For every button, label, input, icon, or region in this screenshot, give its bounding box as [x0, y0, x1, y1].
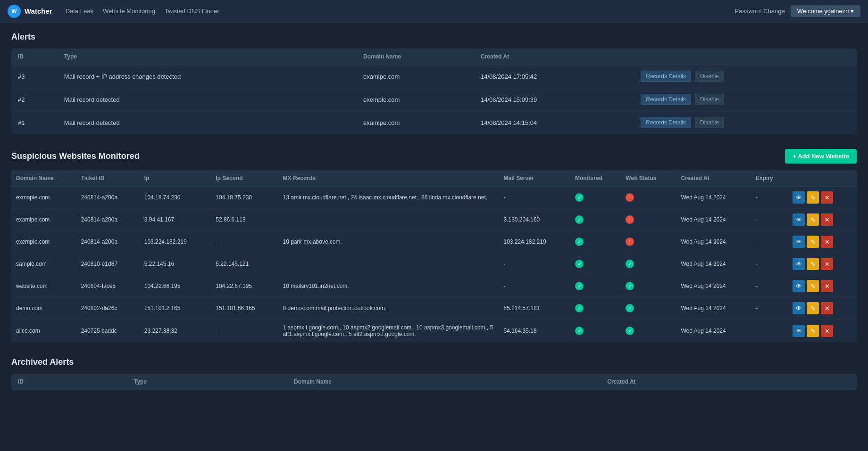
- delete-button[interactable]: ✕: [821, 236, 833, 248]
- add-website-button[interactable]: + Add New Website: [785, 149, 857, 164]
- ws-web-status: ✓: [621, 275, 676, 297]
- ws-col-monitored: Monitored: [570, 170, 621, 187]
- alerts-table: ID Type Domain Name Created At #3 Mail r…: [11, 49, 857, 134]
- website-row: demo.com 240802-da26c 151.101.2.165 151.…: [11, 297, 857, 320]
- monitored-status-icon: ✓: [575, 193, 584, 202]
- delete-button[interactable]: ✕: [821, 258, 833, 270]
- view-button[interactable]: 👁: [793, 236, 805, 248]
- suspicious-title: Suspicious Websites Monitored: [11, 151, 140, 161]
- ws-col-created: Created At: [676, 170, 751, 187]
- view-button[interactable]: 👁: [793, 325, 805, 337]
- ws-created: Wed Aug 14 2024: [676, 275, 751, 297]
- ws-created: Wed Aug 14 2024: [676, 253, 751, 275]
- nav-link-twisted-dns[interactable]: Twisted DNS Finder: [165, 8, 219, 15]
- website-row: exemple.com 240814-a200a 103.224.182.219…: [11, 231, 857, 253]
- nav-right: Password Change Welcome ygalnezri ▾: [735, 5, 860, 17]
- edit-button[interactable]: ✎: [807, 258, 819, 270]
- alert-id: #2: [11, 88, 58, 111]
- delete-button[interactable]: ✕: [821, 325, 833, 337]
- ws-ip: 104.18.74.230: [140, 187, 211, 209]
- records-details-button[interactable]: Records Details: [641, 94, 691, 105]
- monitored-status-icon: ✓: [575, 260, 584, 268]
- suspicious-section-header: Suspicious Websites Monitored + Add New …: [11, 149, 857, 164]
- ws-col-webstatus: Web Status: [621, 170, 676, 187]
- web-status-icon: ✓: [626, 327, 634, 335]
- alert-actions: Records Details Disable: [634, 111, 857, 134]
- disable-button[interactable]: Disable: [695, 94, 724, 105]
- alert-row: #3 Mail record + IP address changes dete…: [11, 65, 857, 88]
- ws-ip2: 151.101.66.165: [211, 297, 278, 320]
- ws-created: Wed Aug 14 2024: [676, 297, 751, 320]
- ws-ip: 104.22.66.195: [140, 275, 211, 297]
- nav-link-website-monitoring[interactable]: Website Monitoring: [103, 8, 155, 15]
- ws-mx: 10 park-mx.above.com.: [278, 231, 499, 253]
- alerts-table-header: ID Type Domain Name Created At: [11, 49, 857, 65]
- records-details-button[interactable]: Records Details: [641, 71, 691, 82]
- nav-link-data-leak[interactable]: Data Leak: [66, 8, 93, 15]
- alert-domain: exemple.com: [357, 88, 474, 111]
- ws-web-status: !: [621, 209, 676, 231]
- alerts-col-type: Type: [58, 49, 357, 65]
- view-button[interactable]: 👁: [793, 213, 805, 226]
- ws-actions: 👁 ✎ ✕: [788, 187, 857, 209]
- disable-button[interactable]: Disable: [695, 71, 724, 82]
- ws-ticket: 240814-a200a: [76, 209, 140, 231]
- edit-button[interactable]: ✎: [807, 325, 819, 337]
- ws-ticket: 240725-caddc: [76, 320, 140, 343]
- monitored-status-icon: ✓: [575, 282, 584, 290]
- arch-col-id: ID: [11, 374, 127, 390]
- arch-col-type: Type: [127, 374, 287, 390]
- password-change-link[interactable]: Password Change: [735, 8, 785, 15]
- disable-button[interactable]: Disable: [695, 117, 724, 128]
- ws-web-status: ✓: [621, 297, 676, 320]
- alert-created: 14/08/2024 17:05:42: [474, 65, 634, 88]
- ws-domain: exmaple.com: [11, 187, 76, 209]
- ws-mail-server: -: [499, 187, 570, 209]
- alerts-col-created: Created At: [474, 49, 634, 65]
- ws-ticket: 240810-e1d87: [76, 253, 140, 275]
- view-button[interactable]: 👁: [793, 258, 805, 270]
- ws-mx: 1 aspmx.l.google.com., 10 aspmx2.googlem…: [278, 320, 499, 343]
- delete-button[interactable]: ✕: [821, 213, 833, 226]
- ws-ip2: -: [211, 320, 278, 343]
- web-status-icon: ✓: [626, 282, 634, 290]
- archived-table-header: ID Type Domain Name Created At: [11, 374, 857, 390]
- ws-actions: 👁 ✎ ✕: [788, 253, 857, 275]
- alert-actions: Records Details Disable: [634, 88, 857, 111]
- nav-brand-title: Watcher: [25, 7, 52, 15]
- delete-button[interactable]: ✕: [821, 302, 833, 314]
- delete-button[interactable]: ✕: [821, 280, 833, 292]
- edit-button[interactable]: ✎: [807, 213, 819, 226]
- ws-col-actions: [788, 170, 857, 187]
- ws-expiry: -: [751, 187, 788, 209]
- edit-button[interactable]: ✎: [807, 236, 819, 248]
- alert-row: #2 Mail record detected exemple.com 14/0…: [11, 88, 857, 111]
- edit-button[interactable]: ✎: [807, 280, 819, 292]
- ws-col-mail: Mail Server: [499, 170, 570, 187]
- alert-id: #3: [11, 65, 58, 88]
- records-details-button[interactable]: Records Details: [641, 117, 691, 128]
- view-button[interactable]: 👁: [793, 191, 805, 204]
- monitored-status-icon: ✓: [575, 304, 584, 312]
- ws-ip2: -: [211, 231, 278, 253]
- view-button[interactable]: 👁: [793, 280, 805, 292]
- edit-button[interactable]: ✎: [807, 191, 819, 204]
- alerts-col-id: ID: [11, 49, 58, 65]
- ws-domain: examlpe.com: [11, 209, 76, 231]
- alerts-title: Alerts: [11, 32, 857, 42]
- delete-button[interactable]: ✕: [821, 191, 833, 204]
- website-row: alice.com 240725-caddc 23.227.38.32 - 1 …: [11, 320, 857, 343]
- web-status-icon: !: [626, 193, 634, 202]
- alerts-col-domain: Domain Name: [357, 49, 474, 65]
- user-menu-button[interactable]: Welcome ygalnezri ▾: [791, 5, 860, 17]
- alert-domain: examlpe.com: [357, 111, 474, 134]
- ws-mail-server: 103.224.182.219: [499, 231, 570, 253]
- websites-table: Domain Name Ticket ID Ip Ip Second MX Re…: [11, 170, 857, 342]
- web-status-icon: ✓: [626, 304, 634, 312]
- view-button[interactable]: 👁: [793, 302, 805, 314]
- edit-button[interactable]: ✎: [807, 302, 819, 314]
- ws-expiry: -: [751, 231, 788, 253]
- ws-monitored: ✓: [570, 275, 621, 297]
- alerts-table-body: #3 Mail record + IP address changes dete…: [11, 65, 857, 134]
- ws-mail-server: 3.130.204.160: [499, 209, 570, 231]
